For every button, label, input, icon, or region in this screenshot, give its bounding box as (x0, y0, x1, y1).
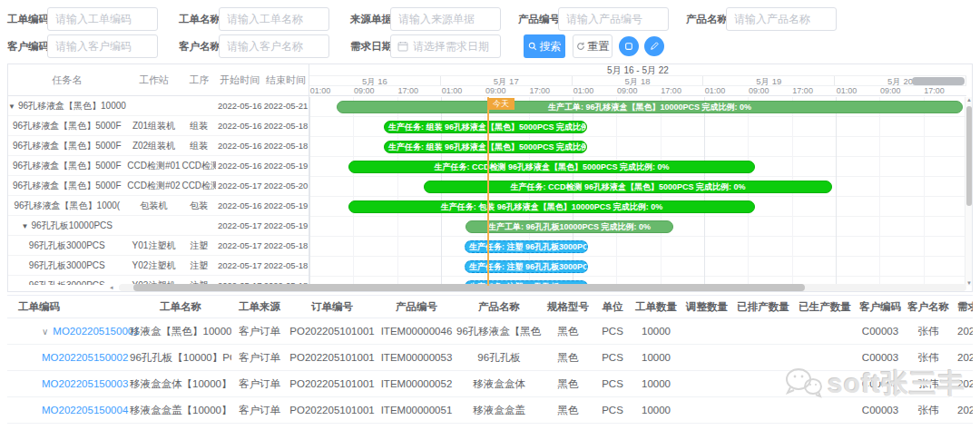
text-input[interactable] (390, 7, 501, 31)
table-cell: 96孔移液盒【黑色】 (456, 325, 542, 338)
text-input[interactable] (558, 7, 669, 31)
table-header-cell: 单位 (594, 300, 631, 314)
task-name: 96孔移液盒【黑色】1000( (14, 200, 120, 210)
table-cell: C00003 (856, 378, 905, 389)
process-cell: 注塑 (181, 239, 216, 252)
filter-field: 产品编号 (518, 7, 669, 31)
table-cell: 张伟 (905, 377, 952, 391)
text-input[interactable] (47, 34, 158, 58)
table-cell: PCS (594, 326, 631, 337)
table-cell: ITEM00000051 (377, 405, 456, 415)
gantt-task-row[interactable]: 96孔移液盒【黑色】5000FZ01组装机组装2022-05-162022-05… (8, 116, 309, 136)
search-button[interactable]: 搜索 (524, 34, 565, 58)
calendar-icon (397, 41, 408, 52)
task-name: 96孔移液盒【黑色】10000P( (18, 101, 126, 111)
gantt-bar[interactable]: 生产任务: 注塑 96孔孔板3000PCS 完成比例: 0% (465, 260, 588, 273)
reset-button[interactable]: 重置 (573, 34, 612, 58)
filter-field: 客户编码 (7, 34, 158, 58)
expand-toggle-button[interactable] (619, 36, 639, 56)
table-cell: C00003 (856, 352, 905, 363)
task-name-cell: 96孔移液盒【黑色】1000( (8, 200, 126, 212)
timeline-day-label: 5月 17 (441, 76, 573, 85)
table-cell: 移液盒盒体【10000】PCS (130, 377, 231, 391)
table-cell: 移液盒盒盖【10000】PCS (130, 404, 231, 417)
work-order-link[interactable]: MO202205150001 (53, 326, 139, 337)
gantt-bar[interactable]: 生产任务: 组装 96孔移液盒【黑色】5000PCS 完成比例: 0% (384, 141, 587, 153)
pencil-icon (650, 42, 659, 51)
end-time-cell: 2022-05-20 (263, 181, 309, 191)
table-cell: 移液盒盒盖 (456, 404, 542, 417)
text-input[interactable] (219, 34, 329, 58)
work-order-link[interactable]: MO202205150002 (42, 352, 128, 363)
table-header-cell: 客户编码 (856, 300, 905, 314)
gantt-task-row[interactable]: 96孔移液盒【黑色】5000FCCD检测#01CCD检测2022-05-1620… (8, 156, 309, 176)
gantt-bar[interactable]: 生产任务: CCD检测 96孔移液盒【黑色】5000PCS 完成比例: 0% (348, 161, 755, 173)
table-header-row: 工单编码工单名称工单来源订单编号产品编号产品名称规格型号单位工单数量调整数量已排… (7, 295, 973, 318)
gantt-horizontal-scrollbar[interactable] (119, 284, 966, 291)
process-cell: 注塑 (181, 259, 216, 272)
timeline-range-scrollbar-thumb[interactable] (912, 77, 965, 85)
table-cell: 2022 (952, 405, 973, 415)
scroll-up-arrow-icon[interactable]: ▲ (965, 97, 973, 103)
gantt-bar[interactable]: 生产任务: 组装 96孔移液盒【黑色】5000PCS 完成比例: 0% (384, 121, 587, 133)
table-row[interactable]: MO20220515000296孔孔板【10000】PCS客户订单PO20220… (7, 345, 973, 371)
gantt-task-row[interactable]: 96孔移液盒【黑色】1000(包装机包装2022-05-162022-05-19 (8, 196, 309, 216)
gantt-task-row[interactable]: 96孔移液盒【黑色】5000FCCD检测#02CCD检测2022-05-1720… (8, 176, 309, 196)
task-name: 96孔孔板10000PCS (32, 220, 113, 230)
table-row[interactable]: MO202205150003移液盒盒体【10000】PCS客户订单PO20220… (7, 371, 973, 397)
table-cell: 10000 (631, 326, 681, 337)
gantt-bar[interactable]: 生产任务: 注塑 96孔孔板3000PCS 完成比例: 0% (465, 240, 588, 253)
task-name-cell: 96孔孔板3000PCS (8, 279, 126, 286)
workstation-cell: Z01组装机 (126, 120, 182, 132)
collapse-caret-icon[interactable]: ▼ (22, 222, 29, 230)
timeline-hour-label: 01:00 (439, 86, 465, 96)
gantt-task-row[interactable]: 96孔孔板3000PCSY02注塑机注塑2022-05-172022-05-18 (8, 256, 309, 276)
work-order-link[interactable]: MO202205150004 (42, 405, 128, 415)
end-time-cell: 2022-05-18 (263, 121, 309, 131)
filter-field-label: 客户编码 (7, 40, 47, 54)
text-input[interactable] (726, 7, 837, 31)
search-icon (528, 42, 537, 51)
filter-field-label: 产品编号 (518, 13, 558, 26)
timeline-day-label: 5月 16 (309, 76, 441, 85)
expand-caret-icon[interactable]: ∨ (42, 327, 48, 337)
task-name-cell: 96孔移液盒【黑色】5000F (8, 160, 126, 172)
gantt-task-row[interactable]: ▼96孔移液盒【黑色】10000P(2022-05-162022-05-21 (8, 96, 309, 116)
task-name-cell: 96孔孔板3000PCS (8, 259, 126, 272)
table-header-cell: 产品编号 (377, 300, 456, 314)
scroll-left-arrow-icon[interactable]: ◂ (110, 284, 113, 291)
timeline-hour-label: 01:00 (571, 86, 596, 96)
table-header-cell: 已排产数量 (732, 300, 794, 314)
table-header-cell: 需求日期 (952, 300, 973, 314)
process-cell: 组装 (181, 140, 216, 152)
start-time-cell: 2022-05-17 (216, 260, 263, 270)
gantt-bar[interactable]: 生产任务: CCD检测 96孔移液盒【黑色】5000PCS 完成比例: 0% (424, 181, 832, 193)
process-cell: CCD检测 (181, 160, 216, 172)
timeline-hour-label: 09:00 (746, 86, 771, 96)
gantt-task-row[interactable]: 96孔移液盒【黑色】5000FZ02组装机组装2022-05-162022-05… (8, 136, 309, 156)
text-input[interactable] (47, 7, 158, 31)
table-cell: 96孔孔板【10000】PCS (130, 351, 231, 365)
gantt-bar[interactable]: 生产工单: 96孔移液盒【黑色】10000PCS 完成比例: 0% (337, 101, 963, 113)
gantt-bar[interactable]: 生产工单: 96孔孔板10000PCS 完成比例: 0% (466, 220, 673, 233)
process-cell: CCD检测 (181, 180, 216, 192)
table-cell: ∨MO202205150001 (7, 326, 130, 337)
collapse-caret-icon[interactable]: ▼ (8, 103, 15, 111)
horizontal-scrollbar-thumb[interactable] (133, 284, 805, 291)
table-row[interactable]: ∨MO202205150001移液盒【黑色】10000个客户订单PO202205… (7, 318, 973, 345)
table-cell: 黑色 (542, 325, 594, 338)
gantt-task-row[interactable]: 96孔孔板3000PCSY01注塑机注塑2022-05-172022-05-18 (8, 236, 309, 256)
text-input[interactable] (219, 7, 329, 31)
gantt-vertical-scrollbar[interactable]: ▲ ▼ (965, 97, 972, 286)
end-time-cell: 2022-05-19 (263, 161, 309, 171)
table-row[interactable]: MO202205150004移液盒盒盖【10000】PCS客户订单PO20220… (7, 397, 973, 424)
vertical-scrollbar-thumb[interactable] (966, 106, 972, 206)
gantt-bar[interactable]: 生产任务: 包装 96孔移液盒【黑色】10000PCS 完成比例: 0% (348, 200, 755, 213)
edit-circle-button[interactable] (644, 36, 664, 56)
gantt-task-row[interactable]: ▼96孔孔板10000PCS2022-05-172022-05-19 (8, 216, 309, 236)
table-cell: ITEM00000053 (377, 352, 456, 363)
work-order-link[interactable]: MO202205150003 (42, 378, 128, 389)
scroll-down-arrow-icon[interactable]: ▼ (965, 280, 973, 286)
task-name-cell: ▼96孔孔板10000PCS (8, 220, 126, 232)
end-time-cell: 2022-05-19 (263, 220, 309, 230)
